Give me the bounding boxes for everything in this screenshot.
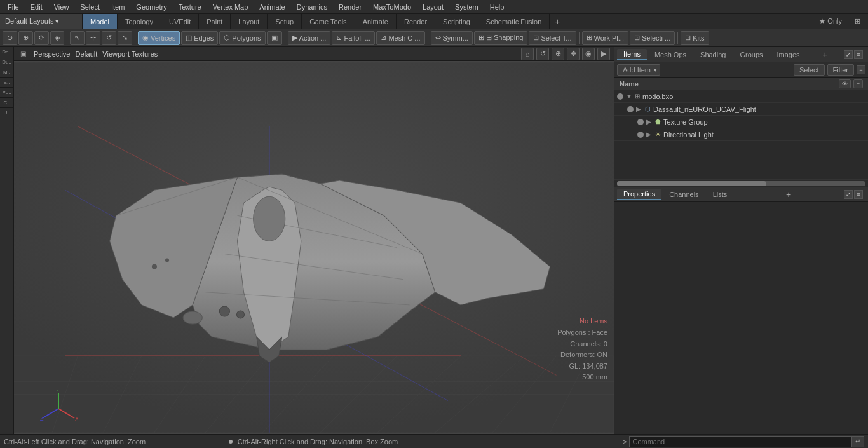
vp-zoom-btn[interactable]: ⊕ bbox=[552, 48, 564, 60]
layout-tab-uvedit[interactable]: UVEdit bbox=[161, 14, 199, 29]
layout-tab-gametools[interactable]: Game Tools bbox=[302, 14, 355, 29]
menu-file[interactable]: File bbox=[3, 2, 24, 12]
items-minus-btn[interactable]: − bbox=[857, 65, 865, 74]
menu-texture[interactable]: Texture bbox=[173, 2, 207, 12]
layout-tab-model[interactable]: Model bbox=[83, 14, 118, 29]
tool-scale[interactable]: ⤡ bbox=[118, 31, 132, 45]
items-filter-btn[interactable]: Filter bbox=[827, 64, 854, 76]
props-tab-lists[interactable]: Lists bbox=[707, 189, 734, 200]
vp-toggle[interactable]: ▣ bbox=[18, 50, 29, 58]
props-options-btn[interactable]: ≡ bbox=[854, 190, 863, 199]
menu-item[interactable]: Item bbox=[106, 2, 130, 12]
items-scrollbar[interactable] bbox=[617, 181, 865, 186]
items-tab-meshops[interactable]: Mesh Ops bbox=[648, 50, 693, 60]
viewport-canvas[interactable]: No Items Polygons : Face Channels: 0 Def… bbox=[14, 61, 614, 434]
tool-translate[interactable]: ⊹ bbox=[86, 31, 100, 45]
layout-tab-render[interactable]: Render bbox=[397, 14, 435, 29]
items-panel-options[interactable]: ≡ bbox=[854, 50, 863, 59]
tool-mode-2[interactable]: ⊕ bbox=[18, 31, 33, 45]
item-row-modo-bxo[interactable]: ▼ ⊞ modo.bxo bbox=[614, 90, 868, 103]
item-vis-dassault[interactable] bbox=[627, 106, 634, 112]
left-tool-m[interactable]: M.. bbox=[0, 67, 13, 78]
props-expand-btn[interactable]: ⤢ bbox=[844, 190, 853, 199]
layout-tab-paint[interactable]: Paint bbox=[199, 14, 231, 29]
layout-add-tab[interactable]: + bbox=[550, 15, 565, 29]
items-scrollbar-area[interactable] bbox=[614, 179, 868, 187]
layout-dropdown[interactable]: Default Layouts ▾ bbox=[0, 14, 83, 29]
items-tab-items[interactable]: Items bbox=[617, 49, 647, 60]
command-input[interactable] bbox=[629, 436, 851, 447]
tool-rotate[interactable]: ↺ bbox=[102, 31, 116, 45]
item-vis-dirlight[interactable] bbox=[637, 132, 644, 138]
layout-tab-schematic[interactable]: Schematic Fusion bbox=[478, 14, 550, 29]
item-vis-texture[interactable] bbox=[637, 119, 644, 125]
menu-layout[interactable]: Layout bbox=[417, 2, 449, 12]
items-tab-groups[interactable]: Groups bbox=[733, 50, 769, 60]
tool-selecti[interactable]: ⊡ Selecti ... bbox=[630, 31, 675, 45]
menu-help[interactable]: Help bbox=[485, 2, 510, 12]
menu-animate[interactable]: Animate bbox=[254, 2, 290, 12]
tool-work-pl[interactable]: ⊞ Work Pl... bbox=[582, 31, 628, 45]
tool-vertices[interactable]: ◉ Vertices bbox=[138, 31, 180, 45]
menu-select[interactable]: Select bbox=[75, 2, 105, 12]
left-tool-c[interactable]: C.. bbox=[0, 98, 13, 108]
layout-expand-btn[interactable]: ⊞ bbox=[850, 16, 865, 27]
tool-kits[interactable]: ⊡ Kits bbox=[681, 31, 709, 45]
menu-system[interactable]: System bbox=[450, 2, 484, 12]
menu-view[interactable]: View bbox=[49, 2, 74, 12]
vp-pan-btn[interactable]: ✥ bbox=[567, 48, 580, 60]
item-expand-dassault[interactable]: ▶ bbox=[636, 105, 644, 112]
item-row-texture[interactable]: ▶ ⬟ Texture Group bbox=[614, 116, 868, 128]
add-item-button[interactable]: Add Item bbox=[617, 64, 660, 76]
items-tab-images[interactable]: Images bbox=[771, 50, 806, 60]
item-expand-texture[interactable]: ▶ bbox=[646, 118, 654, 125]
items-tab-add[interactable]: + bbox=[818, 50, 831, 60]
layout-tab-topology[interactable]: Topology bbox=[118, 14, 161, 29]
items-add-inline-btn[interactable]: + bbox=[853, 79, 863, 88]
command-run-button[interactable]: ↵ bbox=[851, 436, 864, 447]
items-tab-shading[interactable]: Shading bbox=[694, 50, 732, 60]
layout-star-btn[interactable]: ★ Only bbox=[814, 16, 847, 27]
left-tool-de[interactable]: De.. bbox=[0, 47, 13, 57]
layout-tab-setup[interactable]: Setup bbox=[268, 14, 302, 29]
menu-maxtomod[interactable]: MaxToModo bbox=[368, 2, 416, 12]
left-tool-du[interactable]: Du.. bbox=[0, 57, 13, 67]
tool-mesh-c[interactable]: ⊿ Mesh C ... bbox=[376, 31, 424, 45]
menu-geometry[interactable]: Geometry bbox=[131, 2, 172, 12]
props-tab-properties[interactable]: Properties bbox=[617, 189, 661, 200]
tool-select-t[interactable]: ⊡ Select T... bbox=[529, 31, 576, 45]
left-tool-e[interactable]: E.. bbox=[0, 78, 13, 88]
vp-render-btn[interactable]: ▶ bbox=[597, 48, 610, 60]
menu-edit[interactable]: Edit bbox=[25, 2, 48, 12]
tool-falloff[interactable]: ⊾ Falloff ... bbox=[332, 31, 375, 45]
props-tab-add[interactable]: + bbox=[782, 189, 795, 200]
items-select-btn[interactable]: Select bbox=[794, 64, 825, 76]
vp-home-btn[interactable]: ⌂ bbox=[521, 48, 534, 60]
item-expand-dirlight[interactable]: ▶ bbox=[646, 131, 654, 138]
tool-snapping[interactable]: ⊞ ⊞ Snapping bbox=[474, 31, 528, 45]
tool-polygons[interactable]: ⬡ Polygons bbox=[219, 31, 265, 45]
item-vis-modo-bxo[interactable] bbox=[617, 93, 623, 100]
viewport[interactable]: ▣ Perspective Default Viewport Textures … bbox=[14, 47, 614, 434]
layout-tab-scripting[interactable]: Scripting bbox=[435, 14, 478, 29]
layout-tab-animate[interactable]: Animate bbox=[355, 14, 397, 29]
items-panel-expand[interactable]: ⤢ bbox=[844, 50, 853, 59]
menu-render[interactable]: Render bbox=[334, 2, 367, 12]
tool-action[interactable]: ▶ Action ... bbox=[288, 31, 331, 45]
item-row-dirlight[interactable]: ▶ ☀ Directional Light bbox=[614, 128, 868, 141]
tool-mesh-type[interactable]: ▣ bbox=[267, 31, 282, 45]
left-tool-po[interactable]: Po.. bbox=[0, 88, 13, 98]
tool-mode-3[interactable]: ⟳ bbox=[34, 31, 49, 45]
tool-symm[interactable]: ⇔ Symm... bbox=[431, 31, 473, 45]
item-expand-modo-bxo[interactable]: ▼ bbox=[626, 93, 634, 100]
items-visibility-btn[interactable]: 👁 bbox=[839, 79, 851, 88]
tool-edges[interactable]: ◫ Edges bbox=[181, 31, 218, 45]
tool-mode-arrow[interactable]: ↖ bbox=[70, 31, 85, 45]
left-tool-uv[interactable]: U.. bbox=[0, 108, 13, 118]
tool-mode-1[interactable]: ⊙ bbox=[3, 31, 17, 45]
tool-mode-4[interactable]: ◈ bbox=[50, 31, 64, 45]
vp-camera-btn[interactable]: ◉ bbox=[582, 48, 595, 60]
menu-vertex-map[interactable]: Vertex Map bbox=[208, 2, 254, 12]
vp-orbit-btn[interactable]: ↺ bbox=[536, 48, 549, 60]
menu-dynamics[interactable]: Dynamics bbox=[292, 2, 332, 12]
